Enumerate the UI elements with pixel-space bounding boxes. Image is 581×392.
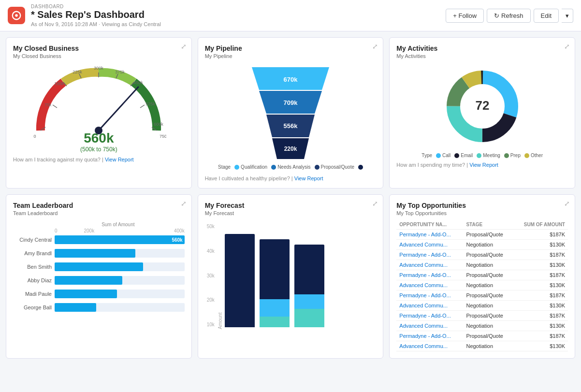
opp-name[interactable]: Advanced Commu... <box>396 321 463 331</box>
closed-business-subtitle: My Closed Business <box>13 53 185 59</box>
opp-amount: $130K <box>513 240 568 250</box>
legend-qualification: Qualification <box>234 164 267 170</box>
view-report-link[interactable]: View Report <box>105 157 134 162</box>
forecast-expand-icon[interactable]: ⤢ <box>372 200 378 207</box>
bar-row-ben: Ben Smith <box>13 262 185 271</box>
forecast-col-3 <box>294 224 324 327</box>
top-opportunities-expand-icon[interactable]: ⤢ <box>564 200 570 207</box>
bar-track-abby <box>55 276 185 285</box>
forecast-title: My Forecast <box>205 202 377 209</box>
axis-label: Sum of Amount <box>52 222 185 227</box>
svg-text:0: 0 <box>34 134 36 139</box>
refresh-button[interactable]: ↻ Refresh <box>487 9 531 23</box>
table-row: Permadyne - Add-O... Proposal/Quote $187… <box>396 270 568 280</box>
opp-name[interactable]: Permadyne - Add-O... <box>396 290 463 301</box>
pipeline-expand-icon[interactable]: ⤢ <box>372 43 378 50</box>
forecast-col-2 <box>260 224 290 327</box>
header-left: DASHBOARD * Sales Rep's Dashboard As of … <box>8 4 161 27</box>
legend-qualification-label: Qualification <box>241 164 267 170</box>
leaderboard-expand-icon[interactable]: ⤢ <box>181 200 187 207</box>
opp-name[interactable]: Advanced Commu... <box>396 260 463 270</box>
opp-name[interactable]: Advanced Commu... <box>396 240 463 250</box>
svg-text:450k: 450k <box>134 80 144 85</box>
pipeline-view-report-link[interactable]: View Report <box>294 175 323 181</box>
header: DASHBOARD * Sales Rep's Dashboard As of … <box>0 0 581 31</box>
opp-stage: Negotiation <box>463 341 513 351</box>
legend-label: Stage <box>218 164 231 170</box>
activities-expand-icon[interactable]: ⤢ <box>564 43 570 50</box>
funnel-chart: 670k 709k 556k 220k Stage Qualification <box>205 63 377 172</box>
bar-track-ben <box>55 262 185 271</box>
title-block: DASHBOARD * Sales Rep's Dashboard As of … <box>31 4 161 27</box>
svg-text:556k: 556k <box>284 122 298 130</box>
bar-fill-amy <box>55 249 135 258</box>
opp-stage: Negotiation <box>463 260 513 270</box>
svg-point-1 <box>15 14 18 17</box>
opp-name[interactable]: Permadyne - Add-O... <box>396 250 463 260</box>
opp-name[interactable]: Advanced Commu... <box>396 280 463 290</box>
opp-name[interactable]: Permadyne - Add-O... <box>396 331 463 341</box>
forecast-y-axis: 10k 20k 30k 40k 50k <box>207 224 218 329</box>
activities-title: My Activities <box>396 44 568 52</box>
forecast-bar-1 <box>225 234 255 327</box>
opp-stage: Proposal/Quote <box>463 311 513 321</box>
opportunities-table-container[interactable]: OPPORTUNITY NA... STAGE SUM OF AMOUNT Pe… <box>396 220 568 351</box>
bar-row-george: George Ball <box>13 303 185 312</box>
legend-email: Email <box>454 153 473 158</box>
svg-text:750k: 750k <box>160 134 166 139</box>
bar-track-amy <box>55 249 185 258</box>
edit-button[interactable]: Edit <box>534 9 559 23</box>
opp-amount: $130K <box>513 301 568 311</box>
activities-subtitle: My Activities <box>396 53 568 59</box>
bar-row-cindy: Cindy Central 560k <box>13 235 185 244</box>
col-header-stage: STAGE <box>463 220 513 230</box>
svg-line-3 <box>53 105 57 108</box>
opp-stage: Negotiation <box>463 301 513 311</box>
leaderboard-subtitle: Team Leaderboard <box>13 210 185 216</box>
bar-track-cindy: 560k <box>55 235 185 244</box>
forecast-bar-2 <box>260 239 290 327</box>
pipeline-legend: Stage Qualification Needs Analysis Propo… <box>218 164 363 170</box>
opp-amount: $130K <box>513 280 568 290</box>
svg-text:300k: 300k <box>94 66 104 71</box>
table-row: Advanced Commu... Negotiation $130K <box>396 341 568 351</box>
opp-amount: $187K <box>513 250 568 260</box>
donut-chart: 72 Type Call Email Meeting Prep <box>396 63 568 158</box>
opp-stage: Negotiation <box>463 280 513 290</box>
opp-name[interactable]: Permadyne - Add-O... <box>396 230 463 240</box>
funnel-svg: 670k 709k 556k 220k <box>237 65 344 161</box>
svg-text:375k: 375k <box>116 70 125 74</box>
expand-icon[interactable]: ⤢ <box>181 43 187 50</box>
leaderboard-card: Team Leaderboard Team Leaderboard ⤢ Sum … <box>6 194 192 359</box>
table-row: Permadyne - Add-O... Proposal/Quote $187… <box>396 331 568 341</box>
gauge-chart: 0 75k 150k 225k 300k 375k 450k 525k 600k… <box>13 63 185 153</box>
leaderboard-title: Team Leaderboard <box>13 202 185 209</box>
opp-name[interactable]: Permadyne - Add-O... <box>396 311 463 321</box>
opp-stage: Negotiation <box>463 321 513 331</box>
bar-fill-abby <box>55 276 122 285</box>
opp-amount: $187K <box>513 230 568 240</box>
bar-fill-madi <box>55 290 117 298</box>
opp-name[interactable]: Advanced Commu... <box>396 341 463 351</box>
bar-chart: Sum of Amount 0 200k 400k Cindy Central … <box>13 220 185 319</box>
bar-name-madi: Madi Paule <box>13 291 52 297</box>
table-row: Permadyne - Add-O... Proposal/Quote $187… <box>396 290 568 301</box>
svg-text:225k: 225k <box>73 70 83 74</box>
opp-stage: Proposal/Quote <box>463 230 513 240</box>
bar-name-amy: Amy Brandl <box>13 250 52 256</box>
opp-name[interactable]: Advanced Commu... <box>396 301 463 311</box>
svg-line-9 <box>140 105 145 108</box>
follow-button[interactable]: + Follow <box>446 9 484 23</box>
opp-stage: Proposal/Quote <box>463 250 513 260</box>
header-actions: + Follow ↻ Refresh Edit ▾ <box>446 9 573 23</box>
activities-view-report-link[interactable]: View Report <box>469 162 498 168</box>
dropdown-button[interactable]: ▾ <box>562 9 573 23</box>
closed-business-footer: How am I tracking against my quota? | Vi… <box>13 157 185 162</box>
footer-text: How am I tracking against my quota? | <box>13 157 103 162</box>
forecast-bars <box>225 224 375 329</box>
table-row: Advanced Commu... Negotiation $130K <box>396 260 568 270</box>
opp-name[interactable]: Permadyne - Add-O... <box>396 270 463 280</box>
pipeline-subtitle: My Pipeline <box>205 53 377 59</box>
table-row: Advanced Commu... Negotiation $130K <box>396 321 568 331</box>
legend-meeting: Meeting <box>477 153 500 158</box>
